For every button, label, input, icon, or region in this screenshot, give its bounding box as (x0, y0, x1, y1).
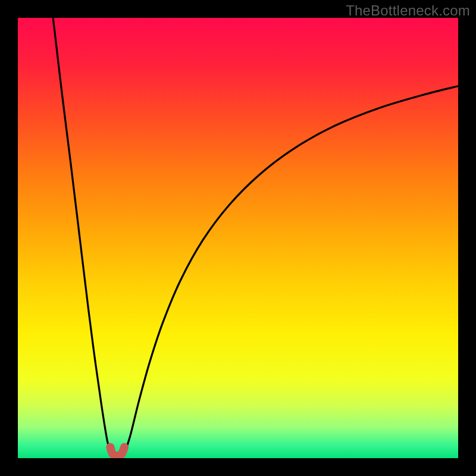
gradient-background (18, 18, 458, 458)
outer-frame: TheBottleneck.com (0, 0, 476, 476)
chart-svg (18, 18, 458, 458)
plot-area (18, 18, 458, 458)
watermark-text: TheBottleneck.com (346, 2, 470, 19)
